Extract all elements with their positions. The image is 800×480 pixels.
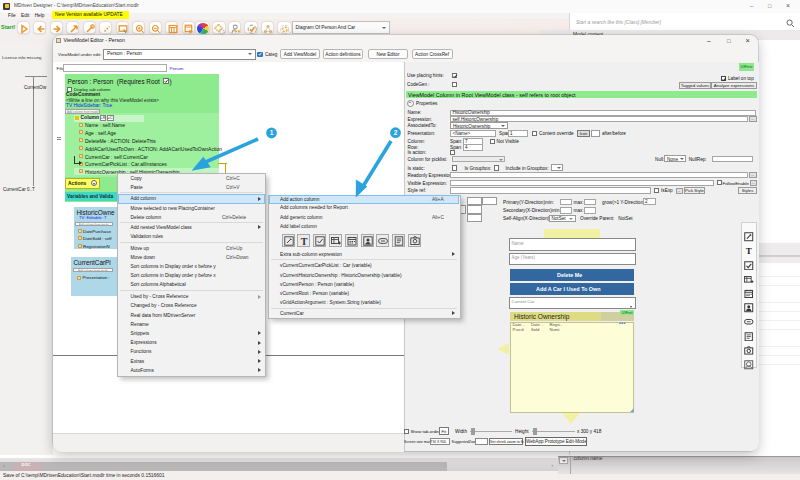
svg-text:1: 1: [270, 129, 274, 136]
svg-text:2: 2: [394, 129, 398, 136]
